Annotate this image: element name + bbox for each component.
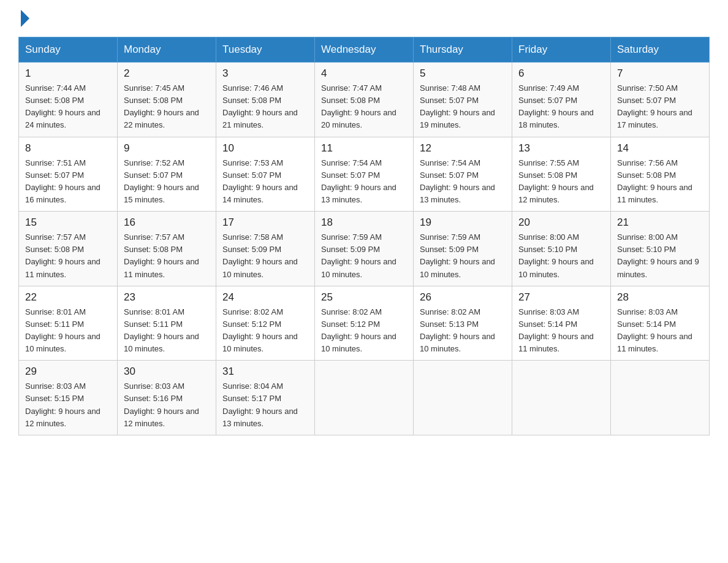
day-info: Sunrise: 8:00 AMSunset: 5:10 PMDaylight:… bbox=[617, 232, 699, 278]
day-info: Sunrise: 7:54 AMSunset: 5:07 PMDaylight:… bbox=[420, 158, 495, 204]
day-info: Sunrise: 7:52 AMSunset: 5:07 PMDaylight:… bbox=[124, 158, 199, 204]
day-number: 11 bbox=[321, 142, 407, 155]
day-number: 8 bbox=[25, 142, 111, 155]
day-info: Sunrise: 7:53 AMSunset: 5:07 PMDaylight:… bbox=[222, 158, 298, 204]
day-info: Sunrise: 7:51 AMSunset: 5:07 PMDaylight:… bbox=[25, 158, 100, 204]
day-number: 31 bbox=[222, 366, 308, 378]
day-info: Sunrise: 7:59 AMSunset: 5:09 PMDaylight:… bbox=[321, 232, 396, 278]
calendar-cell: 9 Sunrise: 7:52 AMSunset: 5:07 PMDayligh… bbox=[118, 137, 216, 212]
logo-arrow-icon bbox=[21, 10, 29, 27]
calendar-week-row: 8 Sunrise: 7:51 AMSunset: 5:07 PMDayligh… bbox=[19, 137, 710, 212]
day-info: Sunrise: 7:47 AMSunset: 5:08 PMDaylight:… bbox=[321, 83, 396, 129]
day-number: 19 bbox=[420, 216, 506, 229]
weekday-header-sunday: Sunday bbox=[19, 37, 118, 63]
calendar-cell: 24 Sunrise: 8:02 AMSunset: 5:12 PMDaylig… bbox=[216, 286, 315, 361]
weekday-header-row: SundayMondayTuesdayWednesdayThursdayFrid… bbox=[19, 37, 710, 63]
day-number: 1 bbox=[25, 67, 111, 80]
day-number: 4 bbox=[321, 67, 407, 80]
day-number: 2 bbox=[124, 67, 210, 80]
calendar-table: SundayMondayTuesdayWednesdayThursdayFrid… bbox=[18, 37, 710, 435]
weekday-header-thursday: Thursday bbox=[414, 37, 512, 63]
day-info: Sunrise: 8:03 AMSunset: 5:14 PMDaylight:… bbox=[518, 307, 594, 353]
day-number: 9 bbox=[124, 142, 210, 155]
calendar-cell: 30 Sunrise: 8:03 AMSunset: 5:16 PMDaylig… bbox=[118, 361, 216, 435]
day-info: Sunrise: 8:02 AMSunset: 5:12 PMDaylight:… bbox=[222, 307, 298, 353]
calendar-cell: 7 Sunrise: 7:50 AMSunset: 5:07 PMDayligh… bbox=[611, 63, 710, 137]
day-number: 18 bbox=[321, 216, 407, 229]
day-info: Sunrise: 8:00 AMSunset: 5:10 PMDaylight:… bbox=[518, 232, 594, 278]
calendar-cell: 13 Sunrise: 7:55 AMSunset: 5:08 PMDaylig… bbox=[512, 137, 611, 212]
day-info: Sunrise: 8:01 AMSunset: 5:11 PMDaylight:… bbox=[124, 307, 199, 353]
day-number: 16 bbox=[124, 216, 210, 229]
calendar-cell: 26 Sunrise: 8:02 AMSunset: 5:13 PMDaylig… bbox=[414, 286, 512, 361]
calendar-cell: 21 Sunrise: 8:00 AMSunset: 5:10 PMDaylig… bbox=[611, 212, 710, 286]
logo bbox=[18, 12, 29, 25]
day-number: 30 bbox=[124, 366, 210, 378]
day-info: Sunrise: 8:03 AMSunset: 5:14 PMDaylight:… bbox=[617, 307, 692, 353]
calendar-cell: 6 Sunrise: 7:49 AMSunset: 5:07 PMDayligh… bbox=[512, 63, 611, 137]
calendar-cell: 23 Sunrise: 8:01 AMSunset: 5:11 PMDaylig… bbox=[118, 286, 216, 361]
day-info: Sunrise: 7:57 AMSunset: 5:08 PMDaylight:… bbox=[25, 232, 100, 278]
calendar-cell: 27 Sunrise: 8:03 AMSunset: 5:14 PMDaylig… bbox=[512, 286, 611, 361]
day-number: 26 bbox=[420, 291, 506, 304]
day-info: Sunrise: 7:55 AMSunset: 5:08 PMDaylight:… bbox=[518, 158, 594, 204]
day-number: 5 bbox=[420, 67, 506, 80]
calendar-cell: 22 Sunrise: 8:01 AMSunset: 5:11 PMDaylig… bbox=[19, 286, 118, 361]
day-number: 22 bbox=[25, 291, 111, 304]
day-number: 17 bbox=[222, 216, 308, 229]
day-info: Sunrise: 7:58 AMSunset: 5:09 PMDaylight:… bbox=[222, 232, 298, 278]
day-info: Sunrise: 8:03 AMSunset: 5:15 PMDaylight:… bbox=[25, 381, 100, 427]
day-info: Sunrise: 8:02 AMSunset: 5:12 PMDaylight:… bbox=[321, 307, 396, 353]
day-info: Sunrise: 8:02 AMSunset: 5:13 PMDaylight:… bbox=[420, 307, 495, 353]
calendar-cell bbox=[315, 361, 414, 435]
day-info: Sunrise: 7:46 AMSunset: 5:08 PMDaylight:… bbox=[222, 83, 298, 129]
day-number: 14 bbox=[617, 142, 703, 155]
calendar-week-row: 15 Sunrise: 7:57 AMSunset: 5:08 PMDaylig… bbox=[19, 212, 710, 286]
day-info: Sunrise: 7:48 AMSunset: 5:07 PMDaylight:… bbox=[420, 83, 495, 129]
day-info: Sunrise: 7:44 AMSunset: 5:08 PMDaylight:… bbox=[25, 83, 100, 129]
day-number: 27 bbox=[518, 291, 604, 304]
day-number: 23 bbox=[124, 291, 210, 304]
day-info: Sunrise: 8:01 AMSunset: 5:11 PMDaylight:… bbox=[25, 307, 100, 353]
day-number: 28 bbox=[617, 291, 703, 304]
calendar-cell: 10 Sunrise: 7:53 AMSunset: 5:07 PMDaylig… bbox=[216, 137, 315, 212]
calendar-cell: 19 Sunrise: 7:59 AMSunset: 5:09 PMDaylig… bbox=[414, 212, 512, 286]
day-number: 12 bbox=[420, 142, 506, 155]
day-number: 15 bbox=[25, 216, 111, 229]
day-info: Sunrise: 7:50 AMSunset: 5:07 PMDaylight:… bbox=[617, 83, 692, 129]
calendar-week-row: 22 Sunrise: 8:01 AMSunset: 5:11 PMDaylig… bbox=[19, 286, 710, 361]
page-header bbox=[18, 12, 710, 25]
day-info: Sunrise: 7:56 AMSunset: 5:08 PMDaylight:… bbox=[617, 158, 692, 204]
calendar-cell: 12 Sunrise: 7:54 AMSunset: 5:07 PMDaylig… bbox=[414, 137, 512, 212]
calendar-cell: 18 Sunrise: 7:59 AMSunset: 5:09 PMDaylig… bbox=[315, 212, 414, 286]
calendar-cell: 8 Sunrise: 7:51 AMSunset: 5:07 PMDayligh… bbox=[19, 137, 118, 212]
day-info: Sunrise: 7:59 AMSunset: 5:09 PMDaylight:… bbox=[420, 232, 495, 278]
calendar-week-row: 1 Sunrise: 7:44 AMSunset: 5:08 PMDayligh… bbox=[19, 63, 710, 137]
calendar-cell: 14 Sunrise: 7:56 AMSunset: 5:08 PMDaylig… bbox=[611, 137, 710, 212]
calendar-cell: 17 Sunrise: 7:58 AMSunset: 5:09 PMDaylig… bbox=[216, 212, 315, 286]
weekday-header-saturday: Saturday bbox=[611, 37, 710, 63]
weekday-header-tuesday: Tuesday bbox=[216, 37, 315, 63]
day-info: Sunrise: 7:57 AMSunset: 5:08 PMDaylight:… bbox=[124, 232, 199, 278]
day-info: Sunrise: 7:45 AMSunset: 5:08 PMDaylight:… bbox=[124, 83, 199, 129]
day-number: 7 bbox=[617, 67, 703, 80]
day-number: 13 bbox=[518, 142, 604, 155]
day-info: Sunrise: 8:03 AMSunset: 5:16 PMDaylight:… bbox=[124, 381, 199, 427]
day-number: 6 bbox=[518, 67, 604, 80]
day-info: Sunrise: 7:49 AMSunset: 5:07 PMDaylight:… bbox=[518, 83, 594, 129]
day-number: 24 bbox=[222, 291, 308, 304]
day-info: Sunrise: 7:54 AMSunset: 5:07 PMDaylight:… bbox=[321, 158, 396, 204]
calendar-cell: 20 Sunrise: 8:00 AMSunset: 5:10 PMDaylig… bbox=[512, 212, 611, 286]
weekday-header-friday: Friday bbox=[512, 37, 611, 63]
day-number: 10 bbox=[222, 142, 308, 155]
calendar-cell: 5 Sunrise: 7:48 AMSunset: 5:07 PMDayligh… bbox=[414, 63, 512, 137]
calendar-cell: 3 Sunrise: 7:46 AMSunset: 5:08 PMDayligh… bbox=[216, 63, 315, 137]
calendar-cell: 31 Sunrise: 8:04 AMSunset: 5:17 PMDaylig… bbox=[216, 361, 315, 435]
calendar-cell: 11 Sunrise: 7:54 AMSunset: 5:07 PMDaylig… bbox=[315, 137, 414, 212]
calendar-cell: 28 Sunrise: 8:03 AMSunset: 5:14 PMDaylig… bbox=[611, 286, 710, 361]
day-info: Sunrise: 8:04 AMSunset: 5:17 PMDaylight:… bbox=[222, 381, 298, 427]
day-number: 21 bbox=[617, 216, 703, 229]
weekday-header-wednesday: Wednesday bbox=[315, 37, 414, 63]
weekday-header-monday: Monday bbox=[118, 37, 216, 63]
calendar-cell bbox=[512, 361, 611, 435]
